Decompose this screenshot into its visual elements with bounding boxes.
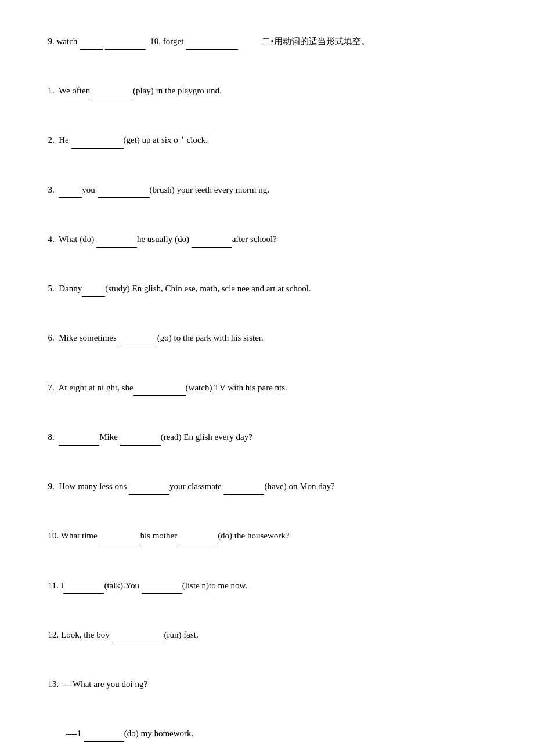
item-5: 5. Danny(study) En glish, Chin ese, math… <box>35 265 499 313</box>
blank-3a <box>59 189 82 198</box>
blank-12 <box>112 634 164 643</box>
item-13a: 13. ----What are you doi ng? <box>35 660 499 708</box>
blank-2 <box>71 139 124 149</box>
blank-9d <box>223 486 264 495</box>
item-13b: ----1 (do) my homework. <box>35 710 499 757</box>
blank-10 <box>186 41 238 50</box>
blank-9b <box>105 41 146 50</box>
blank-5 <box>82 288 105 297</box>
item-8: 8. Mike (read) En glish every day? <box>35 413 499 461</box>
blank-8a <box>59 436 99 446</box>
item-1: 1. We often (play) in the playgro und. <box>35 67 499 115</box>
item-9: 9. How many less ons your classmate (hav… <box>35 462 499 511</box>
blank-11b <box>142 584 182 594</box>
blank-8b <box>120 436 161 446</box>
blank-6 <box>117 337 157 346</box>
item-11: 11. I(talk).You (liste n)to me now. <box>35 562 499 610</box>
blank-13 <box>84 733 124 742</box>
item-10: 10. What time his mother(do) the housewo… <box>35 512 499 560</box>
item-6: 6. Mike sometimes(go) to the park with h… <box>35 314 499 363</box>
item-3: 3. you (brush) your teeth every morni ng… <box>35 166 499 214</box>
item-2: 2. He (get) up at six o＇clock. <box>35 117 499 165</box>
blank-3b <box>98 189 150 198</box>
item-7: 7. At eight at ni ght, she(watch) TV wit… <box>35 364 499 412</box>
blank-7 <box>134 386 186 396</box>
blank-1 <box>92 90 133 99</box>
blank-9c <box>129 486 169 495</box>
blank-4b <box>192 238 232 248</box>
blank-10b <box>177 535 218 544</box>
line-9-10: 9. watch 10. forget 二•用动词的适当形式填空。 <box>35 17 499 66</box>
worksheet-page: 9. watch 10. forget 二•用动词的适当形式填空。 1. We … <box>35 17 499 756</box>
blank-11a <box>63 584 104 594</box>
item-12: 12. Look, the boy (run) fast. <box>35 611 499 659</box>
section-fill-blanks: 9. watch 10. forget 二•用动词的适当形式填空。 1. We … <box>35 17 499 756</box>
blank-9a <box>80 41 103 50</box>
blank-4a <box>96 238 137 248</box>
blank-10a <box>99 535 140 544</box>
item-4: 4. What (do) he usually (do) after schoo… <box>35 215 499 263</box>
